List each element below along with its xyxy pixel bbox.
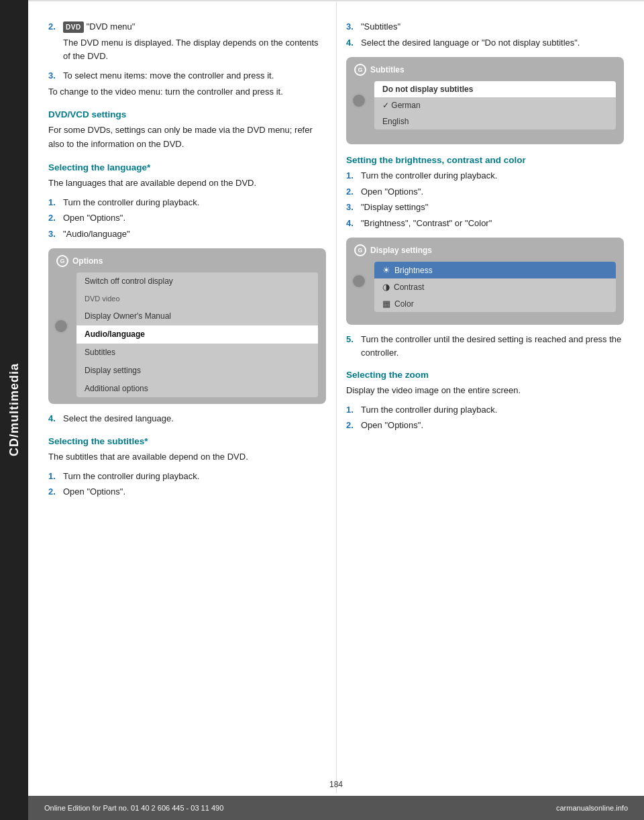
knob-display [352,274,366,289]
lang-step-3: 3. "Audio/language" [48,227,326,241]
zoom-desc: Display the video image on the entire sc… [346,384,624,398]
options-icon: G [56,255,68,267]
zoom-step-2-num: 2. [346,419,361,432]
contrast-icon: ◑ [382,282,390,292]
step-4-sub: 4. Select the desired language or "Do no… [346,36,624,50]
subtitles-menu: Do not display subtitles German English [374,81,616,130]
knob-sub [352,93,366,108]
left-column: 2. DVD"DVD menu" The DVD menu is display… [48,20,326,501]
display-item-color: ▦ Color [374,295,616,312]
lang-step-2-text: Open "Options". [63,211,326,225]
brightness-step-1-num: 1. [346,169,361,183]
step-3-text: To select menu items: move the controlle… [63,69,326,83]
step-2-text: DVD"DVD menu" [63,20,326,34]
menu-item-additional-options: Additional options [76,380,318,398]
subtitles-heading: Selecting the subtitles* [48,436,326,446]
zoom-step-2: 2. Open "Options". [346,419,624,432]
lang-step-3-text: "Audio/language" [63,227,326,241]
brightness-step-4-num: 4. [346,217,361,230]
zoom-step-2-text: Open "Options". [361,419,624,432]
zoom-step-1-text: Turn the controller during playback. [361,403,624,417]
bottom-bar: Online Edition for Part no. 01 40 2 606 … [28,796,644,820]
change-text: To change to the video menu: turn the co… [48,85,326,99]
bottom-bar-left: Online Edition for Part no. 01 40 2 606 … [44,804,223,812]
lang-step-3-num: 3. [48,227,63,241]
brightness-heading: Setting the brightness, contrast and col… [346,155,624,165]
display-menu: ☀ Brightness ◑ Contrast ▦ Color [374,262,616,312]
brightness-step-2-num: 2. [346,185,361,199]
step-3-sub-num: 3. [346,20,361,34]
lang-step-1-text: Turn the controller during playback. [63,196,326,209]
sub-icon: G [354,64,366,76]
lang-heading: Selecting the language* [48,162,326,172]
step-5: 5. Turn the controller until the desired… [346,333,624,359]
display-item-brightness: ☀ Brightness [374,262,616,278]
sub-step-2: 2. Open "Options". [48,485,326,499]
lang-desc: The languages that are available depend … [48,176,326,191]
menu-item-audio-language: Audio/language [76,325,318,344]
dvd-icon: DVD [63,21,84,33]
brightness-step-2-text: Open "Options". [361,185,624,199]
subtitle-item-german: German [374,97,616,113]
options-menu: Switch off control display DVD video Dis… [76,272,318,397]
subtitle-item-english: English [374,113,616,130]
subtitles-desc: The subtitles that are available depend … [48,450,326,464]
color-icon: ▦ [382,299,390,309]
sub-step-2-num: 2. [48,485,63,499]
brightness-icon: ☀ [382,265,390,275]
lang-step-1: 1. Turn the controller during playback. [48,196,326,209]
sidebar-label: CD/multimedia [7,363,21,456]
brightness-step-1: 1. Turn the controller during playback. [346,169,624,183]
options-screenshot: G Options Switch off control display DVD… [48,248,326,404]
sidebar: CD/multimedia [0,0,28,820]
menu-item-dvd-video: DVD video [76,291,318,307]
brightness-step-4: 4. "Brightness", "Contrast" or "Color" [346,217,624,230]
display-item-contrast: ◑ Contrast [374,278,616,295]
lang-step-1-num: 1. [48,196,63,209]
step-3-sub-text: "Subtitles" [361,20,624,34]
brightness-step-3: 3. "Display settings" [346,201,624,214]
step-4-lang-text: Select the desired language. [63,412,326,425]
display-screenshot: G Display settings ☀ Brightness ◑ Contra… [346,238,624,325]
knob-left [54,319,68,334]
sub-step-2-text: Open "Options". [63,485,326,499]
step-2-num: 2. [48,20,63,34]
step-3-sub: 3. "Subtitles" [346,20,624,34]
brightness-step-1-text: Turn the controller during playback. [361,169,624,183]
brightness-step-3-num: 3. [346,201,361,214]
sub-step-1: 1. Turn the controller during playback. [48,470,326,483]
subtitle-item-none: Do not display subtitles [374,81,616,97]
step-5-num: 5. [346,333,361,359]
display-icon: G [354,244,366,256]
zoom-heading: Selecting the zoom [346,370,624,380]
step-3-num: 3. [48,69,63,83]
screenshot-options-title: G Options [56,255,318,267]
sub-step-1-num: 1. [48,470,63,483]
page-number: 184 [28,780,644,789]
zoom-step-1: 1. Turn the controller during playback. [346,403,624,417]
col-separator [336,0,337,793]
dvd-vcd-heading: DVD/VCD settings [48,109,326,119]
menu-item-subtitles: Subtitles [76,344,318,362]
step-2-dvd: 2. DVD"DVD menu" [48,20,326,34]
lang-step-2-num: 2. [48,211,63,225]
step-4-sub-text: Select the desired language or "Do not d… [361,36,624,50]
menu-item-owners-manual: Display Owner's Manual [76,307,318,325]
brightness-step-4-text: "Brightness", "Contrast" or "Color" [361,217,624,230]
subtitles-screenshot: G Subtitles Do not display subtitles Ger… [346,57,624,144]
dvd-vcd-desc: For some DVDs, settings can only be made… [48,123,326,152]
brightness-step-3-text: "Display settings" [361,201,624,214]
bottom-bar-right: carmanualsonline.info [556,804,628,812]
lang-step-2: 2. Open "Options". [48,211,326,225]
step-4-lang-num: 4. [48,412,63,425]
step-2-desc: The DVD menu is displayed. The display d… [63,36,326,64]
screenshot-sub-title: G Subtitles [354,64,616,76]
menu-item-display-settings: Display settings [76,362,318,380]
step-4-sub-num: 4. [346,36,361,50]
zoom-step-1-num: 1. [346,403,361,417]
step-3-left: 3. To select menu items: move the contro… [48,69,326,83]
step-5-text: Turn the controller until the desired se… [361,333,624,359]
menu-item-switch: Switch off control display [76,272,318,291]
step-4-lang: 4. Select the desired language. [48,412,326,425]
screenshot-display-title: G Display settings [354,244,616,256]
